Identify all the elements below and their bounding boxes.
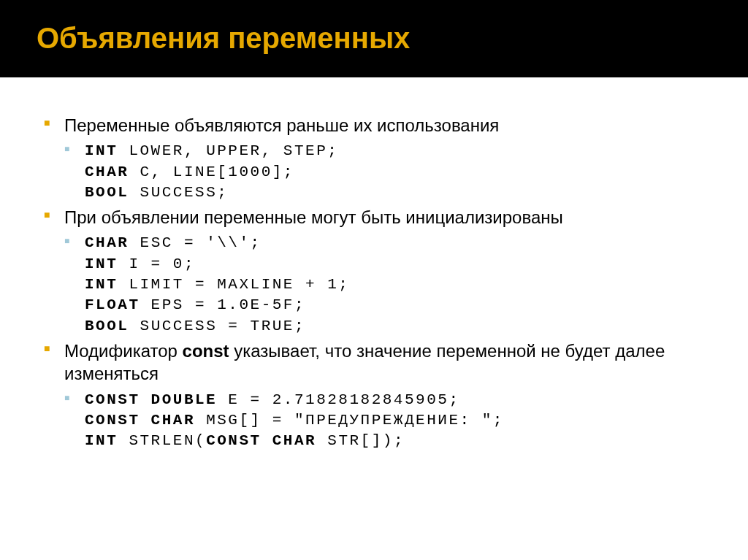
presentation-slide: Объявления переменных Переменные объявля…	[0, 0, 748, 560]
bullet-item: При объявлении переменные могут быть ини…	[44, 206, 704, 337]
bullet-text-pre: Модификатор	[64, 341, 183, 361]
slide-content: Переменные объявляются раньше их использ…	[0, 77, 748, 469]
bullet-text-bold: const	[183, 341, 229, 361]
bullet-item: Модификатор const указывает, что значени…	[44, 340, 704, 451]
code-block: int lower, upper, step; char c, line[100…	[64, 141, 704, 203]
bullet-text: Переменные объявляются раньше их использ…	[64, 115, 499, 135]
slide-title: Объявления переменных	[37, 22, 711, 55]
bullet-item: Переменные объявляются раньше их использ…	[44, 114, 704, 203]
code-block: const double e = 2.71828182845905; const…	[64, 390, 704, 452]
bullet-list: Переменные объявляются раньше их использ…	[44, 114, 704, 452]
slide-header: Объявления переменных	[0, 0, 748, 76]
code-block: char esc = '\\'; int i = 0; int limit = …	[64, 233, 704, 337]
bullet-text: При объявлении переменные могут быть ини…	[64, 207, 563, 227]
sub-list: char esc = '\\'; int i = 0; int limit = …	[64, 233, 704, 337]
sub-list: const double e = 2.71828182845905; const…	[64, 390, 704, 452]
sub-list: int lower, upper, step; char c, line[100…	[64, 141, 704, 203]
